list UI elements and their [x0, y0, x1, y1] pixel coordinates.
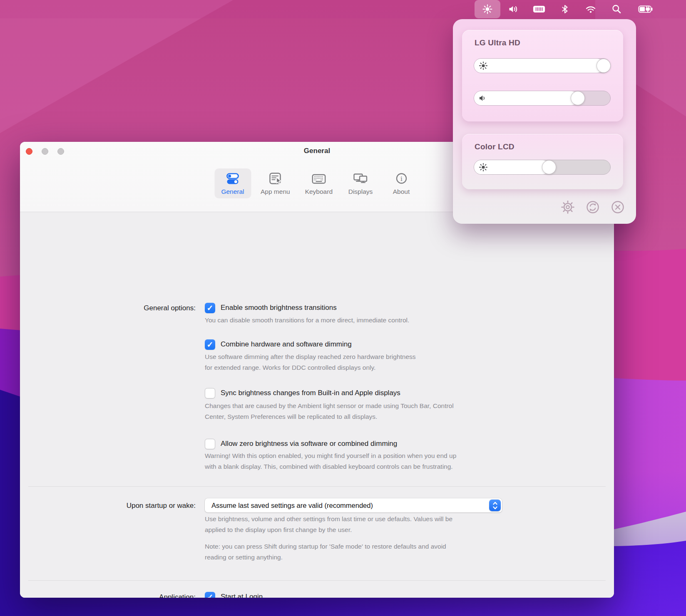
- info-icon: i: [394, 171, 409, 187]
- checkbox-row: Sync brightness changes from Built-in an…: [205, 388, 400, 398]
- checkbox-label: Enable smooth brightness transitions: [221, 304, 337, 312]
- volume-icon: [508, 4, 519, 14]
- caption-line: Note: you can press Shift during startup…: [205, 541, 446, 552]
- battery-charging-icon: [638, 4, 654, 14]
- settings-content: General options: Enable smooth brightnes…: [20, 212, 614, 598]
- checkbox-sync-brightness[interactable]: [205, 388, 215, 398]
- checkbox-row: Enable smooth brightness transitions: [205, 302, 337, 313]
- brightness-icon: [482, 4, 493, 15]
- menubar-volume-item[interactable]: [500, 0, 526, 18]
- display-name: Color LCD: [475, 142, 514, 151]
- slider-knob[interactable]: [597, 59, 611, 73]
- close-icon[interactable]: [611, 200, 625, 214]
- wifi-icon: [585, 4, 596, 14]
- checkbox-label: Allow zero brightness via software or co…: [221, 440, 397, 448]
- bluetooth-icon: [560, 4, 570, 14]
- brightness-slider[interactable]: [474, 58, 611, 73]
- caption-line: Use brightness, volume and other setting…: [205, 514, 452, 524]
- caption-line: Use software dimming after the display r…: [205, 351, 416, 362]
- dropdown-value: Assume last saved settings are valid (re…: [211, 502, 373, 510]
- slider-knob[interactable]: [542, 160, 556, 174]
- tab-general[interactable]: General: [214, 168, 251, 198]
- tab-displays[interactable]: Displays: [342, 168, 379, 198]
- caption-line: Warning! With this option enabled, you m…: [205, 450, 456, 461]
- brightness-slider[interactable]: [474, 160, 611, 175]
- brightness-icon: [479, 163, 488, 172]
- keyboard-icon: [311, 171, 326, 187]
- tab-keyboard[interactable]: Keyboard: [300, 168, 338, 198]
- refresh-icon[interactable]: [586, 200, 600, 214]
- keyboard-brightness-icon: [532, 4, 546, 14]
- tab-app-menu[interactable]: App menu: [255, 168, 296, 198]
- tab-label: App menu: [261, 188, 290, 195]
- tab-label: General: [221, 188, 244, 195]
- volume-icon: [479, 94, 487, 102]
- display-name: LG Ultra HD: [475, 38, 520, 47]
- brightness-icon: [479, 61, 488, 70]
- checkbox-row: Start at Login: [205, 591, 263, 598]
- checkbox-row: Combine hardware and software dimming: [205, 339, 352, 350]
- svg-text:i: i: [400, 175, 403, 183]
- caption-line: applied to the display upon first change…: [205, 524, 452, 535]
- caption-line: You can disable smooth transitions for a…: [205, 315, 409, 326]
- checkbox-label: Sync brightness changes from Built-in an…: [221, 389, 400, 397]
- checkbox-zero-brightness[interactable]: [205, 439, 215, 449]
- menubar-search-item[interactable]: [604, 0, 629, 18]
- tab-about[interactable]: i About: [383, 168, 420, 198]
- volume-slider[interactable]: [474, 91, 611, 106]
- menubar-bluetooth-item[interactable]: [552, 0, 578, 18]
- tab-label: Keyboard: [305, 188, 333, 195]
- checkbox-smooth-transitions[interactable]: [205, 303, 215, 313]
- settings-gear-icon[interactable]: [561, 200, 575, 214]
- display-card-color-lcd: Color LCD: [462, 134, 623, 189]
- section-divider: [28, 580, 606, 581]
- display-control-popover: LG Ultra HD: [453, 19, 636, 224]
- toolbar-tabs: General App menu: [214, 168, 420, 198]
- menubar-wifi-item[interactable]: [578, 0, 604, 18]
- toggles-icon: [225, 171, 240, 187]
- menubar-keyboard-brightness-item[interactable]: [526, 0, 552, 18]
- dropdown-stepper-icon: [489, 500, 501, 511]
- search-icon: [611, 4, 621, 14]
- section-label: General options:: [20, 304, 196, 312]
- caption-line: Center, System Preferences will be repli…: [205, 411, 454, 422]
- tab-label: About: [393, 188, 410, 195]
- caption-line: with a blank display. This, combined wit…: [205, 461, 456, 472]
- section-divider: [28, 486, 606, 487]
- displays-icon: [353, 171, 368, 187]
- caption-line: Changes that are caused by the Ambient l…: [205, 401, 454, 411]
- app-menu-icon: [268, 171, 283, 187]
- menubar-battery-item[interactable]: [629, 0, 663, 18]
- checkbox-label: Start at Login: [221, 593, 263, 598]
- startup-behavior-dropdown[interactable]: Assume last saved settings are valid (re…: [205, 498, 502, 512]
- caption-line: reading or setting anything.: [205, 552, 446, 563]
- slider-knob[interactable]: [571, 91, 585, 105]
- tab-label: Displays: [348, 188, 373, 195]
- checkbox-label: Combine hardware and software dimming: [221, 340, 352, 349]
- checkbox-combine-dimming[interactable]: [205, 339, 215, 350]
- popover-footer: [561, 200, 625, 214]
- checkbox-row: Allow zero brightness via software or co…: [205, 438, 397, 449]
- menubar-brightness-item[interactable]: [475, 0, 500, 18]
- checkbox-start-at-login[interactable]: [205, 592, 215, 598]
- display-card-lg-ultra-hd: LG Ultra HD: [462, 30, 623, 121]
- section-label: Upon startup or wake:: [20, 502, 196, 510]
- caption-line: for extended range. Works for DDC contro…: [205, 362, 416, 373]
- section-label: Application:: [20, 593, 196, 598]
- menu-bar: [0, 0, 686, 18]
